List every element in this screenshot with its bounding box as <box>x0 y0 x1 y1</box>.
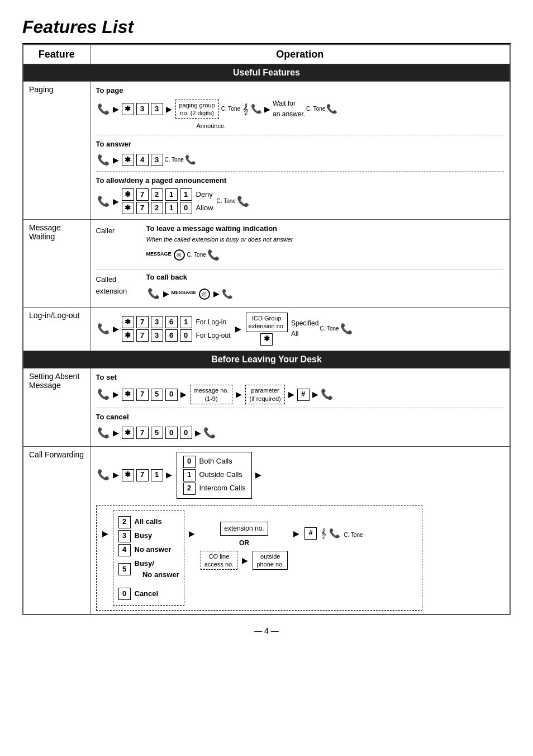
page-title: Features List <box>22 17 511 37</box>
useful-features-header: Useful Features <box>23 64 510 82</box>
message-waiting-feature: Message Waiting <box>23 220 90 308</box>
login-logout-feature: Log-in/Log-out <box>23 307 90 351</box>
col-operation-header: Operation <box>90 45 510 64</box>
before-leaving-header: Before Leaving Your Desk <box>23 351 510 368</box>
features-table: Feature Operation Useful Features Paging… <box>22 44 511 615</box>
message-waiting-operation: Caller To leave a message waiting indica… <box>90 220 510 308</box>
call-forwarding-operation: 📞 ▶ ✱ 7 1 ▶ 0 Both Calls 1 Outside Calls… <box>90 446 510 615</box>
call-forwarding-feature: Call Forwarding <box>23 446 90 615</box>
login-logout-operation: 📞 ▶ ✱ 7 3 6 1 For Log-in ✱ <box>90 307 510 351</box>
col-feature-header: Feature <box>23 45 90 64</box>
call-forwarding-row: Call Forwarding 📞 ▶ ✱ 7 1 ▶ 0 Both Calls… <box>23 446 510 615</box>
paging-operation: To page 📞 ▶ ✱ 3 3 ▶ paging groupno. (2 d… <box>90 82 510 220</box>
paging-row: Paging To page 📞 ▶ ✱ 3 3 ▶ paging groupn… <box>23 82 510 220</box>
message-waiting-row: Message Waiting Caller To leave a messag… <box>23 220 510 308</box>
setting-absent-feature: Setting Absent Message <box>23 368 90 446</box>
paging-feature: Paging <box>23 82 90 220</box>
setting-absent-row: Setting Absent Message To set 📞 ▶ ✱ 7 5 … <box>23 368 510 446</box>
login-logout-row: Log-in/Log-out 📞 ▶ ✱ 7 3 6 1 For Log-in <box>23 307 510 351</box>
page-number: — 4 — <box>22 626 511 635</box>
setting-absent-operation: To set 📞 ▶ ✱ 7 5 0 ▶ message no.(1-9) ▶ … <box>90 368 510 446</box>
